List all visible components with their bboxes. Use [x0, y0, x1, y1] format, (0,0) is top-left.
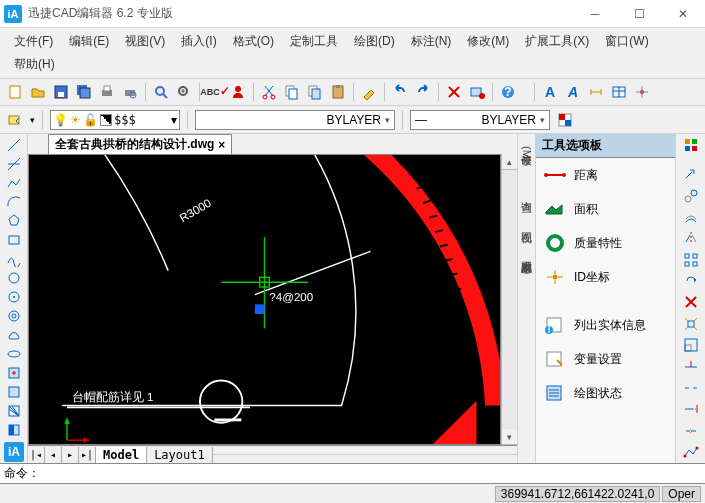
palette-item-distance[interactable]: 距离 — [536, 158, 675, 192]
text-style-a2-button[interactable]: A — [562, 81, 584, 103]
vertical-scrollbar[interactable]: ▴ ▾ — [501, 154, 517, 445]
extend-tool[interactable] — [679, 400, 703, 418]
side-tab-modify[interactable]: 修改(M) — [519, 146, 534, 163]
palette-toggle-button[interactable] — [679, 136, 703, 154]
menu-edit[interactable]: 编辑(E) — [61, 30, 117, 53]
polygon-tool[interactable] — [2, 212, 26, 230]
trim-tool[interactable] — [679, 357, 703, 375]
mirror-tool[interactable] — [679, 229, 703, 247]
palette-item-id[interactable]: ID坐标 — [536, 260, 675, 294]
join-tool[interactable] — [679, 421, 703, 439]
palette-item-area[interactable]: 面积 — [536, 192, 675, 226]
dim-style-button[interactable] — [585, 81, 607, 103]
break-tool[interactable] — [679, 379, 703, 397]
palette-item-status[interactable]: 绘图状态 — [536, 376, 675, 410]
offset-tool[interactable] — [679, 208, 703, 226]
save-button[interactable] — [50, 81, 72, 103]
file-tab[interactable]: 全套古典拱桥的结构设计.dwg × — [48, 134, 232, 154]
id-icon — [542, 266, 568, 288]
paste-button[interactable] — [327, 81, 349, 103]
explode-tool[interactable] — [679, 315, 703, 333]
tab-prev-button[interactable]: ◂ — [45, 447, 62, 463]
hatch-tool[interactable] — [2, 402, 26, 420]
menu-ext-tools[interactable]: 扩展工具(X) — [517, 30, 597, 53]
command-line[interactable]: 命令： — [0, 463, 705, 483]
block-tool[interactable] — [2, 383, 26, 401]
new-file-button[interactable] — [4, 81, 26, 103]
tab-last-button[interactable]: ▸| — [79, 447, 96, 463]
layer-dropdown[interactable]: 💡 ☀ 🔓 $$$ ▾ — [50, 110, 180, 130]
save-all-button[interactable] — [73, 81, 95, 103]
revcloud-tool[interactable] — [2, 326, 26, 344]
status-oper[interactable]: Oper — [662, 486, 701, 502]
tab-layout1[interactable]: Layout1 — [147, 447, 213, 463]
erase-button[interactable] — [443, 81, 465, 103]
circle-tool[interactable] — [2, 269, 26, 287]
move-tool[interactable] — [679, 165, 703, 183]
scroll-down-button[interactable]: ▾ — [502, 429, 517, 445]
print-preview-button[interactable] — [119, 81, 141, 103]
oops-button[interactable] — [466, 81, 488, 103]
block-insert-tool[interactable] — [2, 364, 26, 382]
undo-button[interactable] — [389, 81, 411, 103]
menu-file[interactable]: 文件(F) — [6, 30, 61, 53]
open-file-button[interactable] — [27, 81, 49, 103]
donut-tool[interactable] — [2, 307, 26, 325]
menu-view[interactable]: 视图(V) — [117, 30, 173, 53]
array-tool[interactable] — [679, 251, 703, 269]
polyline-tool[interactable] — [2, 174, 26, 192]
close-button[interactable]: ✕ — [661, 0, 705, 28]
tab-model[interactable]: Model — [96, 447, 147, 463]
menu-format[interactable]: 格式(O) — [225, 30, 282, 53]
circle-centered-tool[interactable] — [2, 288, 26, 306]
user-button[interactable] — [227, 81, 249, 103]
spline-tool[interactable] — [2, 250, 26, 268]
copy-tool[interactable] — [679, 187, 703, 205]
drawing-canvas[interactable]: R3000 ?4@200 台帽配筋详见 1 — [28, 154, 501, 445]
redo-button[interactable] — [412, 81, 434, 103]
scale-tool[interactable] — [679, 336, 703, 354]
file-tab-close[interactable]: × — [218, 138, 225, 152]
cut-button[interactable] — [258, 81, 280, 103]
lineweight-dropdown[interactable]: —BYLAYER▾ — [410, 110, 550, 130]
maximize-button[interactable]: ☐ — [617, 0, 661, 28]
tab-next-button[interactable]: ▸ — [62, 447, 79, 463]
zoom-extents-button[interactable] — [173, 81, 195, 103]
minimize-button[interactable]: ─ — [573, 0, 617, 28]
linetype-dropdown[interactable]: BYLAYER▾ — [195, 110, 395, 130]
arc-tool[interactable] — [2, 193, 26, 211]
pedit-tool[interactable] — [679, 443, 703, 461]
menu-window[interactable]: 窗口(W) — [597, 30, 656, 53]
match-prop-button[interactable] — [358, 81, 380, 103]
delete-tool[interactable] — [679, 293, 703, 311]
table-style-button[interactable] — [608, 81, 630, 103]
menu-insert[interactable]: 插入(I) — [173, 30, 224, 53]
color-picker-button[interactable] — [554, 109, 576, 131]
ray-tool[interactable] — [2, 155, 26, 173]
menu-dimension[interactable]: 标注(N) — [403, 30, 460, 53]
rectangle-tool[interactable] — [2, 231, 26, 249]
menu-draw[interactable]: 绘图(D) — [346, 30, 403, 53]
spell-check-button[interactable]: ABC✓ — [204, 81, 226, 103]
rotate-tool[interactable] — [679, 272, 703, 290]
text-style-a-button[interactable]: A — [539, 81, 561, 103]
menu-custom-tools[interactable]: 定制工具 — [282, 30, 346, 53]
find-button[interactable] — [150, 81, 172, 103]
tab-first-button[interactable]: |◂ — [28, 447, 45, 463]
gradient-tool[interactable] — [2, 421, 26, 439]
menu-help[interactable]: 帮助(H) — [6, 53, 63, 76]
ellipse-tool[interactable] — [2, 345, 26, 363]
help-button[interactable]: ? — [497, 81, 519, 103]
layer-prev-button[interactable] — [4, 109, 26, 131]
palette-item-list[interactable]: i 列出实体信息 — [536, 308, 675, 342]
point-style-button[interactable] — [631, 81, 653, 103]
palette-item-mass[interactable]: 质量特性 — [536, 226, 675, 260]
app-logo-corner[interactable]: iA — [2, 441, 26, 463]
line-tool[interactable] — [2, 136, 26, 154]
copy-button[interactable] — [281, 81, 303, 103]
menu-modify[interactable]: 修改(M) — [459, 30, 517, 53]
copy-ex-button[interactable] — [304, 81, 326, 103]
scroll-up-button[interactable]: ▴ — [502, 154, 517, 170]
palette-item-setvar[interactable]: 变量设置 — [536, 342, 675, 376]
print-button[interactable] — [96, 81, 118, 103]
